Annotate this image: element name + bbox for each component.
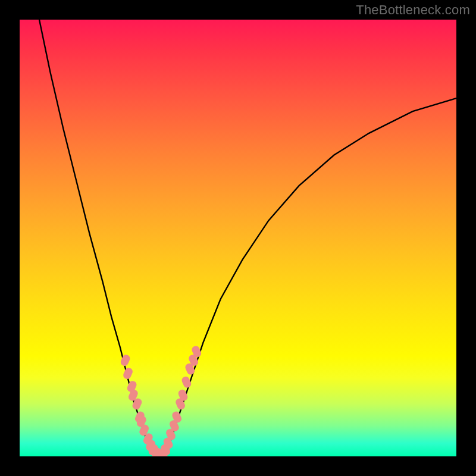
bottleneck-curve bbox=[39, 20, 456, 456]
marker-dot bbox=[120, 353, 131, 367]
marker-dot bbox=[122, 367, 134, 380]
marker-dot bbox=[181, 375, 193, 389]
chart-svg-layer bbox=[20, 20, 456, 456]
highlight-markers bbox=[120, 345, 202, 456]
chart-root: TheBottleneck.com bbox=[0, 0, 476, 476]
watermark-text: TheBottleneck.com bbox=[356, 2, 470, 18]
